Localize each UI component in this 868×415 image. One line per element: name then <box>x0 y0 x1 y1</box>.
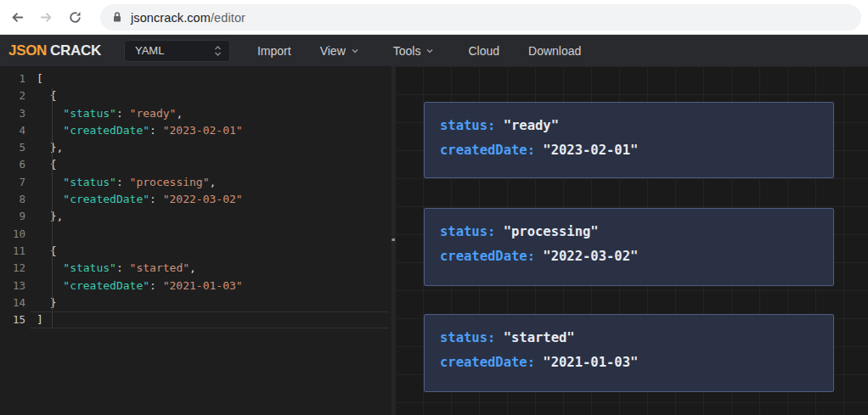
line-code: }, <box>37 208 63 225</box>
line-code: "createdDate": "2023-02-01" <box>37 122 243 139</box>
line-number: 11 <box>0 243 25 260</box>
line-number: 10 <box>0 226 25 243</box>
url-host: jsoncrack.com <box>131 11 211 25</box>
editor-line-9[interactable]: 9 }, <box>0 208 392 225</box>
line-code: } <box>37 294 56 311</box>
menu-item-import[interactable]: Import <box>247 39 302 63</box>
json-string-value: "started" <box>130 261 189 274</box>
json-punctuation <box>37 261 63 274</box>
node-key: status: <box>440 118 504 133</box>
json-punctuation: : <box>116 261 130 274</box>
node-value: "2023-02-01" <box>543 143 638 158</box>
node-row: status: "ready" <box>440 114 833 138</box>
line-number: 3 <box>0 105 25 122</box>
node-row: createdDate: "2021-01-03" <box>440 351 833 375</box>
back-button[interactable] <box>5 5 29 29</box>
format-select[interactable]: YAML <box>124 40 230 62</box>
current-line-highlight <box>31 311 389 328</box>
line-number: 6 <box>0 156 25 173</box>
line-code: "createdDate": "2021-01-03" <box>37 278 243 294</box>
menu-item-download[interactable]: Download <box>518 39 591 63</box>
json-punctuation: { <box>37 158 56 171</box>
graph-node-1[interactable]: status: "ready"createdDate: "2023-02-01" <box>424 102 834 178</box>
menu-item-label: Download <box>528 44 581 58</box>
graph-canvas[interactable]: status: "ready"createdDate: "2023-02-01"… <box>395 66 868 415</box>
indent-guide <box>52 87 53 328</box>
logo-crack: CRACK <box>50 42 101 59</box>
editor-line-4[interactable]: 4 "createdDate": "2023-02-01" <box>0 122 392 139</box>
line-code: }, <box>37 139 63 156</box>
json-punctuation: : <box>149 279 163 292</box>
line-number: 14 <box>0 294 25 311</box>
json-punctuation: { <box>37 244 56 257</box>
json-punctuation <box>37 193 63 205</box>
jsoncrack-logo[interactable]: JSONCRACK <box>8 42 101 59</box>
line-number: 4 <box>0 122 25 139</box>
editor-line-1[interactable]: 1[ <box>0 70 392 87</box>
line-code: "createdDate": "2022-03-02" <box>37 191 243 208</box>
json-punctuation: { <box>37 89 56 102</box>
jsoncrack-editor-window: jsoncrack.com/editor JSONCRACK YAML Impo… <box>0 0 868 415</box>
editor-line-2[interactable]: 2 { <box>0 87 392 104</box>
menu-item-cloud[interactable]: Cloud <box>458 39 510 63</box>
forward-arrow-icon <box>39 10 54 25</box>
editor-line-8[interactable]: 8 "createdDate": "2022-03-02" <box>0 191 392 208</box>
json-punctuation <box>37 279 63 292</box>
editor-line-11[interactable]: 11 { <box>0 243 392 260</box>
line-number: 15 <box>0 311 25 328</box>
line-number: 13 <box>0 278 25 294</box>
line-number: 12 <box>0 260 25 277</box>
line-code: { <box>37 156 56 173</box>
node-value: "2022-03-02" <box>543 249 638 264</box>
line-code: "status": "started", <box>37 260 196 277</box>
node-row: createdDate: "2023-02-01" <box>440 138 833 163</box>
chevron-down-icon <box>426 47 434 55</box>
json-key: "status" <box>63 107 116 120</box>
json-punctuation: , <box>210 176 217 188</box>
code-editor[interactable]: 1[2 {3 "status": "ready",4 "createdDate"… <box>0 66 392 415</box>
json-key: "status" <box>63 261 116 274</box>
menu-item-view[interactable]: View <box>310 39 369 63</box>
browser-chrome: jsoncrack.com/editor <box>0 0 868 35</box>
reload-icon <box>68 10 82 25</box>
editor-line-12[interactable]: 12 "status": "started", <box>0 260 392 277</box>
json-punctuation <box>37 107 63 120</box>
back-arrow-icon <box>10 10 25 25</box>
json-punctuation: : <box>116 107 130 120</box>
json-string-value: "ready" <box>130 107 177 120</box>
forward-button[interactable] <box>34 5 58 29</box>
reload-button[interactable] <box>63 5 87 29</box>
editor-line-6[interactable]: 6 { <box>0 156 392 173</box>
graph-node-2[interactable]: status: "processing"createdDate: "2022-0… <box>424 208 834 286</box>
editor-line-10[interactable]: 10 <box>0 226 392 243</box>
url-text: jsoncrack.com/editor <box>131 11 245 25</box>
line-code: [ <box>37 70 43 87</box>
editor-line-3[interactable]: 3 "status": "ready", <box>0 105 392 122</box>
graph-node-3[interactable]: status: "started"createdDate: "2021-01-0… <box>424 314 834 392</box>
json-punctuation: : <box>116 176 130 188</box>
json-string-value: "2023-02-01" <box>163 124 243 137</box>
json-punctuation: }, <box>37 210 63 222</box>
editor-line-7[interactable]: 7 "status": "processing", <box>0 174 392 191</box>
line-number: 8 <box>0 191 25 208</box>
app-toolbar: JSONCRACK YAML ImportViewToolsCloudDownl… <box>0 35 868 66</box>
editor-lines: 1[2 {3 "status": "ready",4 "createdDate"… <box>0 66 392 328</box>
node-key: status: <box>440 224 504 239</box>
json-string-value: "processing" <box>130 176 210 188</box>
json-punctuation: } <box>37 296 56 309</box>
node-value: "2021-01-03" <box>543 355 638 370</box>
line-code: { <box>37 243 56 260</box>
editor-line-13[interactable]: 13 "createdDate": "2021-01-03" <box>0 278 392 294</box>
json-key: "createdDate" <box>63 193 149 205</box>
toolbar-menu: ImportViewToolsCloudDownload <box>247 39 591 63</box>
json-punctuation: , <box>176 107 183 120</box>
url-bar[interactable]: jsoncrack.com/editor <box>100 4 861 31</box>
node-row: status: "started" <box>440 326 833 351</box>
menu-item-tools[interactable]: Tools <box>383 39 445 63</box>
main-split: 1[2 {3 "status": "ready",4 "createdDate"… <box>0 66 868 415</box>
line-number: 7 <box>0 174 25 191</box>
json-key: "status" <box>63 176 116 188</box>
menu-item-label: Import <box>257 44 291 58</box>
editor-line-5[interactable]: 5 }, <box>0 139 392 156</box>
editor-line-14[interactable]: 14 } <box>0 294 392 311</box>
